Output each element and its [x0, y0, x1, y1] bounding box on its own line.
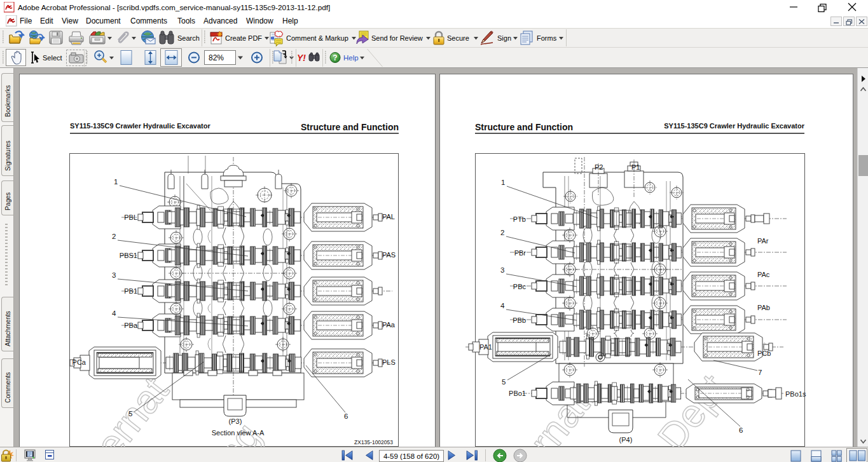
svg-text:nternat: nternat — [67, 369, 177, 447]
svg-text:Structure and Function: Structure and Function — [475, 122, 573, 132]
svg-text:Y!: Y! — [297, 53, 306, 63]
svg-text:6: 6 — [344, 412, 348, 420]
svg-text:ZX135-1002053: ZX135-1002053 — [354, 439, 393, 445]
svg-text:P2: P2 — [595, 163, 603, 171]
svg-text:SY115-135C9 Crawler Hydraulic: SY115-135C9 Crawler Hydraulic Excavator — [70, 122, 210, 130]
svg-text:Structure and Function: Structure and Function — [301, 122, 399, 132]
svg-text:?: ? — [333, 53, 337, 62]
svg-text:PB1: PB1 — [124, 287, 137, 295]
svg-text:(P4): (P4) — [619, 436, 633, 444]
svg-text:7: 7 — [758, 369, 762, 376]
svg-text:Send for Review: Send for Review — [371, 34, 423, 42]
svg-text:2: 2 — [112, 233, 116, 240]
svg-text:5: 5 — [502, 378, 506, 386]
svg-text:PBS1: PBS1 — [120, 252, 137, 259]
svg-text:(P3): (P3) — [229, 418, 242, 425]
svg-text:4: 4 — [500, 302, 505, 309]
svg-text:PBo1: PBo1 — [509, 390, 526, 397]
svg-text:Forms: Forms — [537, 34, 557, 42]
svg-text:PLS: PLS — [382, 358, 396, 366]
svg-text:SY115-135C9 Crawler Hydraulic: SY115-135C9 Crawler Hydraulic Excavator — [664, 122, 804, 130]
svg-text:Sign: Sign — [497, 34, 511, 42]
svg-text:Comment & Markup: Comment & Markup — [286, 34, 348, 42]
svg-text:Help: Help — [343, 54, 359, 62]
svg-text:Section view A-A: Section view A-A — [212, 429, 265, 437]
svg-text:PAa: PAa — [382, 321, 396, 329]
svg-text:PAL: PAL — [382, 213, 395, 221]
svg-text:PTb: PTb — [513, 215, 526, 223]
svg-text:PAS: PAS — [382, 251, 396, 259]
svg-text:PAc: PAc — [757, 271, 770, 278]
svg-text:PA1: PA1 — [479, 343, 492, 351]
svg-text:PBL: PBL — [124, 214, 137, 221]
svg-text:6: 6 — [739, 426, 743, 434]
svg-text:Secure: Secure — [447, 34, 469, 42]
svg-text:PCa: PCa — [72, 358, 86, 366]
svg-text:4: 4 — [112, 309, 116, 317]
svg-text:5: 5 — [128, 410, 132, 418]
svg-text:PBb: PBb — [513, 316, 526, 324]
svg-text:3: 3 — [112, 271, 116, 279]
svg-text:1: 1 — [501, 179, 505, 186]
svg-text:Select: Select — [43, 54, 62, 62]
svg-text:Create PDF: Create PDF — [225, 34, 262, 42]
svg-text:PBo1s: PBo1s — [785, 390, 806, 398]
svg-text:P1: P1 — [631, 163, 640, 171]
svg-text:4-59 (158 of 620): 4-59 (158 of 620) — [383, 452, 439, 460]
svg-text:1: 1 — [114, 178, 118, 186]
svg-text:2: 2 — [500, 229, 504, 236]
svg-text:82%: 82% — [209, 53, 224, 62]
svg-text:PBa: PBa — [124, 322, 138, 329]
svg-text:PBr: PBr — [514, 249, 527, 257]
svg-text:PBc: PBc — [513, 283, 527, 290]
svg-text:Search: Search — [177, 34, 200, 42]
svg-text:PCb: PCb — [757, 350, 771, 357]
svg-text:PAb: PAb — [757, 304, 770, 311]
svg-text:3: 3 — [500, 266, 504, 274]
svg-text:PAr: PAr — [757, 237, 769, 245]
